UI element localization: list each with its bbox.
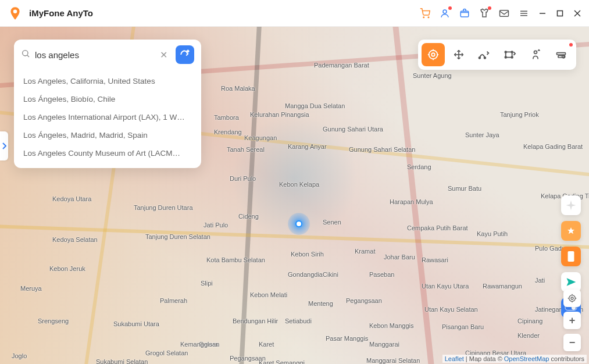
search-icon [21,49,30,60]
svg-point-16 [429,51,438,59]
svg-line-14 [27,55,29,57]
rail-compass-button[interactable] [561,195,581,215]
svg-point-29 [534,51,537,53]
cart-icon[interactable] [419,8,431,19]
suggestion-item[interactable]: Los Ángeles, Biobío, Chile [14,90,201,108]
shirt-icon[interactable] [479,8,490,19]
zoom-out-button[interactable]: − [563,334,581,351]
search-go-button[interactable] [176,45,194,64]
rail-device-button[interactable] [561,247,581,266]
mail-icon[interactable] [498,8,510,19]
svg-point-24 [484,57,486,59]
mode-history[interactable] [549,43,573,66]
svg-point-36 [571,297,573,299]
svg-rect-33 [568,251,574,262]
svg-point-0 [13,9,17,13]
mode-two-spot[interactable] [473,43,496,66]
svg-rect-30 [557,53,566,55]
close-button[interactable] [573,9,582,18]
drawer-expand-tab[interactable] [0,131,8,160]
svg-rect-31 [558,56,564,58]
mode-joystick[interactable] [447,43,470,66]
rail-favorite-button[interactable] [561,221,581,241]
mode-teleport[interactable] [422,43,445,66]
svg-rect-4 [461,11,469,17]
map-attribution: Leaflet | Map data © OpenStreetMap contr… [442,355,587,363]
search-suggestions: Los Angeles, California, United StatesLo… [14,70,201,168]
svg-point-1 [423,17,424,18]
app-title: iMyFone AnyTo [29,8,93,18]
search-panel: ✕ Los Angeles, California, United States… [14,40,201,168]
svg-point-3 [443,10,447,13]
suggestion-item[interactable]: Los Angeles County Museum of Art (LACM… [14,144,201,162]
svg-point-37 [569,295,576,302]
mode-toolbar [418,40,576,70]
mode-jump-teleport[interactable] [524,43,547,66]
account-icon[interactable] [439,8,451,19]
suggestion-item[interactable]: Los Angeles International Airport (LAX),… [14,108,201,126]
menu-icon[interactable] [518,8,530,19]
maximize-button[interactable] [555,9,565,18]
svg-point-2 [428,17,429,18]
app-logo [7,5,23,22]
titlebar: iMyFone AnyTo [0,0,589,27]
search-row: ✕ [14,40,201,70]
svg-rect-5 [500,10,509,16]
search-input[interactable] [35,50,152,60]
package-icon[interactable] [459,8,470,19]
zoom-in-button[interactable]: + [563,312,581,329]
svg-point-23 [479,57,480,59]
svg-rect-10 [558,10,563,16]
leaflet-link[interactable]: Leaflet [445,355,464,362]
osm-link[interactable]: OpenStreetMap [504,355,549,362]
clear-search-button[interactable]: ✕ [156,49,171,60]
svg-point-13 [23,51,28,56]
titlebar-actions [419,8,582,19]
rail-send-button[interactable] [561,272,581,292]
svg-point-15 [431,53,435,56]
suggestion-item[interactable]: Los Ángeles, Madrid, Madrid, Spain [14,126,201,144]
current-location-marker [288,213,310,235]
minimize-button[interactable] [538,9,547,18]
map-controls: + − [563,290,581,351]
suggestion-item[interactable]: Los Angeles, California, United States [14,72,201,90]
mode-multi-spot[interactable] [498,43,522,66]
map-viewport[interactable]: Pademangan BaratSunter AgungMangga Dua S… [0,27,589,364]
locate-me-button[interactable] [563,290,581,307]
